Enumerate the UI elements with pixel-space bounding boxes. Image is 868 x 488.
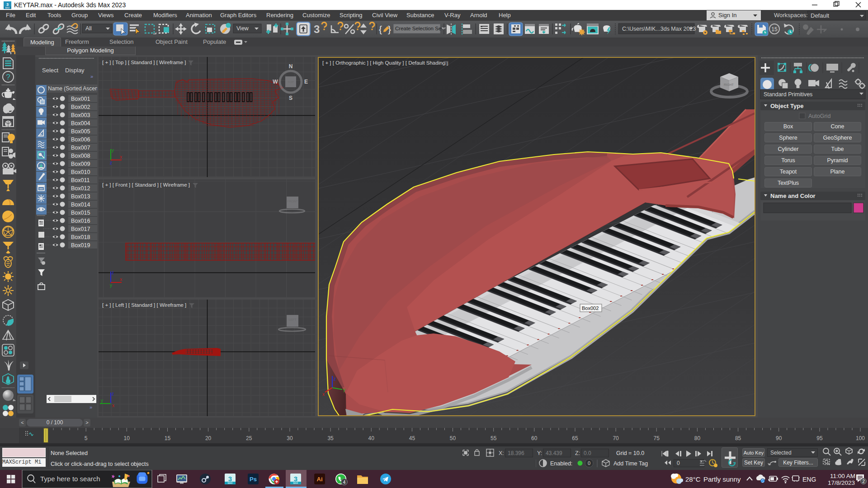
svg-text:All: All	[85, 25, 92, 32]
svg-text:Box010: Box010	[71, 169, 90, 175]
svg-text:Name and Color: Name and Color	[770, 192, 816, 199]
svg-text:75: 75	[654, 435, 660, 441]
svg-text:x: x	[120, 277, 122, 282]
svg-text:4: 4	[343, 479, 346, 485]
svg-text:Create Selection Se: Create Selection Se	[395, 26, 441, 31]
svg-text:Box002: Box002	[71, 104, 90, 110]
svg-text:15: 15	[771, 26, 778, 33]
svg-text:y: y	[101, 398, 103, 403]
svg-text:Box003: Box003	[71, 112, 90, 118]
svg-text:Enabled:: Enabled:	[550, 460, 572, 467]
svg-text:z: z	[112, 270, 114, 275]
svg-text:10: 10	[124, 435, 130, 441]
svg-text:3: 3	[314, 23, 320, 35]
svg-text:Box001: Box001	[71, 96, 90, 102]
svg-text:20: 20	[205, 435, 212, 441]
svg-text:C:\Users\MIK...3ds Max 2023: C:\Users\MIK...3ds Max 2023	[622, 26, 696, 32]
svg-text:FRONT: FRONT	[287, 200, 298, 203]
svg-text:S: S	[289, 95, 292, 101]
svg-text:{: {	[379, 24, 382, 34]
svg-text:Box015: Box015	[71, 210, 90, 216]
svg-text:3: 3	[6, 2, 9, 7]
svg-text:y: y	[110, 283, 112, 288]
svg-text:45: 45	[409, 435, 415, 441]
svg-text:60: 60	[531, 435, 538, 441]
svg-text:Box017: Box017	[71, 226, 90, 232]
svg-text:x: x	[112, 403, 114, 408]
svg-text:Object Type: Object Type	[770, 103, 803, 109]
svg-text:[ + ] [ Orthographic ] [ High: [ + ] [ Orthographic ] [ High Quality ] …	[322, 60, 448, 66]
svg-text:Standard Primitives: Standard Primitives	[764, 91, 812, 98]
svg-text:Partly sunny: Partly sunny	[703, 475, 741, 483]
svg-text:ENG: ENG	[802, 476, 816, 483]
svg-text:z: z	[334, 376, 336, 381]
svg-text:}: }	[388, 24, 391, 34]
svg-text:Box016: Box016	[71, 218, 90, 224]
svg-text:17/8/2023: 17/8/2023	[828, 479, 855, 486]
svg-text:55: 55	[491, 435, 497, 441]
svg-text:[ + ] [ Front ] [ Standard ] [: [ + ] [ Front ] [ Standard ] [ Wireframe…	[102, 182, 190, 188]
svg-text:y: y	[112, 148, 114, 153]
svg-text:50: 50	[450, 435, 456, 441]
svg-text:40: 40	[368, 435, 375, 441]
svg-text:65: 65	[572, 435, 578, 441]
svg-text:30: 30	[287, 435, 293, 441]
svg-text:Box002: Box002	[582, 305, 599, 311]
svg-text:[ + ] [ Left ] [ Standard ] [: [ + ] [ Left ] [ Standard ] [ Wireframe …	[102, 302, 186, 308]
svg-text:E: E	[304, 79, 308, 85]
svg-text:95: 95	[816, 435, 823, 441]
svg-text:Box009: Box009	[71, 161, 90, 167]
svg-text:2: 2	[862, 479, 865, 484]
svg-text:z: z	[110, 160, 112, 165]
svg-text:Add Time Tag: Add Time Tag	[613, 460, 648, 467]
svg-text:Box011: Box011	[71, 177, 90, 183]
svg-text:28°C: 28°C	[685, 475, 701, 483]
svg-text:Ps: Ps	[250, 476, 257, 483]
svg-text:W: W	[273, 79, 278, 85]
svg-text:»: »	[90, 404, 92, 410]
svg-text:Box018: Box018	[71, 234, 90, 240]
svg-text:MAX: MAX	[293, 482, 299, 484]
svg-text:Box014: Box014	[71, 202, 90, 208]
svg-text:View: View	[236, 25, 249, 32]
svg-text:Type here to search: Type here to search	[40, 475, 100, 483]
svg-text:N: N	[289, 63, 293, 70]
svg-text:Box006: Box006	[71, 136, 90, 143]
svg-text:y: y	[343, 387, 345, 392]
svg-text:RIGHT: RIGHT	[724, 83, 734, 86]
svg-text:90: 90	[776, 435, 782, 441]
svg-text:Box013: Box013	[71, 193, 90, 200]
svg-text:Box005: Box005	[71, 128, 90, 135]
svg-text:Box004: Box004	[71, 120, 90, 127]
svg-text:Box007: Box007	[71, 145, 90, 151]
svg-text:Box008: Box008	[71, 153, 90, 159]
svg-text:100: 100	[856, 435, 865, 441]
svg-text:Ai: Ai	[317, 476, 323, 483]
svg-text:z: z	[112, 391, 114, 396]
svg-text:70: 70	[613, 435, 619, 441]
svg-text:5: 5	[85, 435, 88, 441]
svg-text:35: 35	[327, 435, 334, 441]
svg-text:85: 85	[735, 435, 741, 441]
svg-text:80: 80	[694, 435, 701, 441]
svg-text:TOP: TOP	[288, 80, 294, 84]
svg-text:25: 25	[246, 435, 252, 441]
svg-text:MAX: MAX	[228, 482, 233, 484]
svg-text:0: 0	[588, 460, 590, 466]
svg-text:Box019: Box019	[71, 242, 90, 249]
svg-text:x: x	[322, 392, 325, 397]
svg-text:MAX: MAX	[5, 7, 10, 9]
svg-text:LEFT: LEFT	[288, 318, 297, 321]
svg-text:Box012: Box012	[71, 185, 90, 192]
svg-text:AutoGrid: AutoGrid	[808, 113, 830, 119]
svg-text:[ + ] [ Top ] [ Standard ] [ W: [ + ] [ Top ] [ Standard ] [ Wireframe ]	[102, 60, 186, 65]
svg-text:x: x	[120, 155, 122, 160]
svg-text:?: ?	[6, 73, 10, 81]
svg-text:11:00 AM: 11:00 AM	[830, 473, 855, 479]
svg-text:15: 15	[165, 435, 171, 441]
